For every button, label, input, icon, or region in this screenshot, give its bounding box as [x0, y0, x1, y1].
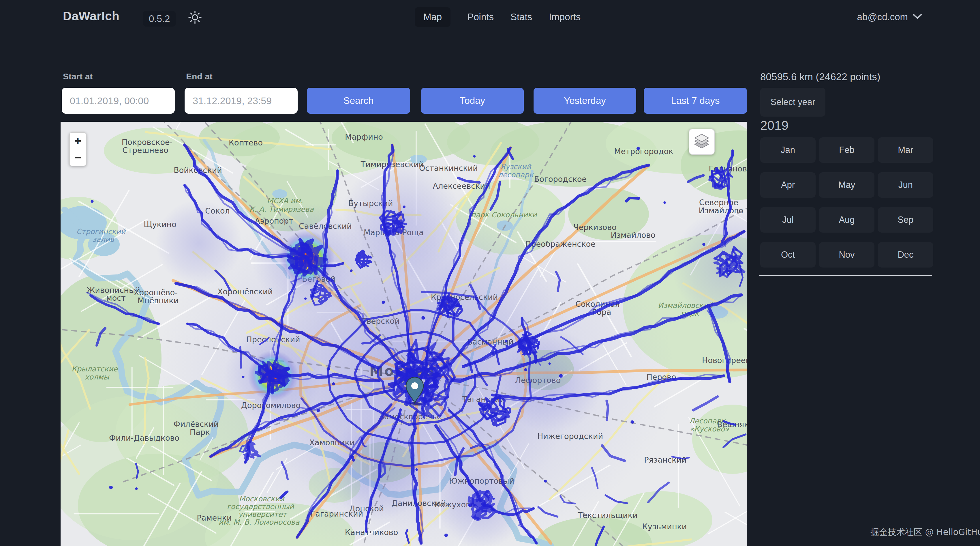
svg-text:Метрогородок: Метрогородок: [614, 147, 673, 156]
account-menu[interactable]: ab@cd.com: [857, 11, 922, 22]
map-layers-control[interactable]: [689, 129, 715, 155]
svg-text:Филёвский: Филёвский: [173, 420, 219, 429]
main-nav: MapPointsStatsImports: [415, 7, 581, 27]
select-year-button[interactable]: Select year: [760, 88, 826, 117]
search-button[interactable]: Search: [307, 88, 410, 114]
svg-text:Крылатские: Крылатские: [72, 365, 118, 373]
app-logo: DaWarIch: [63, 9, 119, 23]
svg-text:Текстильщики: Текстильщики: [578, 511, 638, 520]
end-at-label: End at: [186, 72, 213, 81]
map-canvas[interactable]: Покровское-СтрешневоКоптевоМарфиноТимиря…: [60, 122, 747, 546]
svg-text:Марфино: Марфино: [345, 133, 383, 141]
zoom-out-button[interactable]: −: [70, 149, 86, 166]
yesterday-button[interactable]: Yesterday: [533, 88, 636, 114]
tab-map[interactable]: Map: [415, 7, 450, 27]
watermark: 掘金技术社区 @ HelloGitHub: [870, 526, 980, 538]
svg-text:«Кусково»: «Кусково»: [690, 425, 729, 433]
svg-text:Хорошёво-: Хорошёво-: [134, 288, 178, 297]
sun-icon: [188, 10, 202, 26]
month-button-nov[interactable]: Nov: [819, 242, 875, 268]
svg-text:лесопарк: лесопарк: [498, 171, 534, 179]
start-at-input[interactable]: [62, 88, 175, 114]
month-button-jul[interactable]: Jul: [760, 207, 816, 233]
start-at-label: Start at: [63, 72, 92, 81]
svg-text:государственный: государственный: [227, 503, 294, 511]
svg-text:Черкизово: Черкизово: [573, 223, 616, 232]
chevron-down-icon: [913, 13, 922, 21]
svg-text:университет: университет: [238, 510, 288, 519]
version-badge: 0.5.2: [143, 11, 176, 27]
tab-imports[interactable]: Imports: [549, 11, 581, 22]
month-button-jun[interactable]: Jun: [878, 172, 933, 198]
tab-stats[interactable]: Stats: [511, 11, 532, 22]
svg-text:Покровское-: Покровское-: [122, 138, 173, 147]
month-button-sep[interactable]: Sep: [878, 207, 933, 233]
theme-toggle-button[interactable]: [187, 10, 203, 26]
month-button-mar[interactable]: Mar: [878, 137, 933, 163]
svg-text:Рязанский: Рязанский: [644, 455, 686, 465]
svg-text:Богородское: Богородское: [534, 175, 587, 184]
sidebar-divider: [759, 275, 932, 276]
svg-text:холмы: холмы: [85, 373, 110, 381]
month-button-aug[interactable]: Aug: [819, 207, 875, 233]
svg-text:Мнёвники: Мнёвники: [138, 296, 179, 305]
layers-icon: [694, 133, 710, 150]
svg-text:Коптево: Коптево: [229, 138, 263, 147]
month-button-apr[interactable]: Apr: [760, 172, 816, 198]
distance-points-stats: 80595.6 km (24622 points): [760, 71, 880, 83]
svg-text:МСХА им.: МСХА им.: [267, 196, 303, 205]
svg-text:Яузский: Яузский: [500, 163, 532, 171]
tab-points[interactable]: Points: [467, 11, 494, 22]
svg-text:Строгинский: Строгинский: [76, 227, 126, 236]
svg-text:Парк: Парк: [190, 428, 210, 437]
account-email: ab@cd.com: [857, 11, 908, 22]
svg-text:Московский: Московский: [239, 495, 285, 503]
months-grid: JanFebMarAprMayJunJulAugSepOctNovDec: [760, 137, 933, 268]
svg-text:Лесопарк: Лесопарк: [689, 417, 726, 425]
svg-text:мост: мост: [106, 294, 126, 302]
today-button[interactable]: Today: [421, 88, 524, 114]
svg-text:залив: залив: [92, 235, 115, 244]
month-button-may[interactable]: May: [819, 172, 875, 198]
svg-text:им. М. В. Ломоносова: им. М. В. Ломоносова: [219, 518, 300, 526]
last-7-days-button[interactable]: Last 7 days: [644, 88, 747, 114]
zoom-in-button[interactable]: +: [70, 133, 86, 149]
month-button-feb[interactable]: Feb: [819, 137, 875, 163]
svg-text:Измайлово: Измайлово: [611, 231, 655, 239]
month-button-dec[interactable]: Dec: [878, 242, 933, 268]
svg-text:Северное: Северное: [699, 198, 738, 207]
month-button-oct[interactable]: Oct: [760, 242, 816, 268]
svg-text:парк Сокольники: парк Сокольники: [471, 211, 537, 219]
map-container[interactable]: Покровское-СтрешневоКоптевоМарфиноТимиря…: [60, 122, 747, 546]
svg-text:Кузьминки: Кузьминки: [642, 522, 687, 531]
svg-text:Стрешнево: Стрешнево: [122, 146, 169, 155]
map-zoom-control: + −: [69, 132, 86, 166]
end-at-input[interactable]: [185, 88, 298, 114]
year-heading: 2019: [760, 118, 789, 133]
month-button-jan[interactable]: Jan: [760, 137, 816, 163]
svg-text:Новогиреево: Новогиреево: [702, 356, 747, 365]
svg-text:Фили-Давыдково: Фили-Давыдково: [109, 433, 180, 442]
